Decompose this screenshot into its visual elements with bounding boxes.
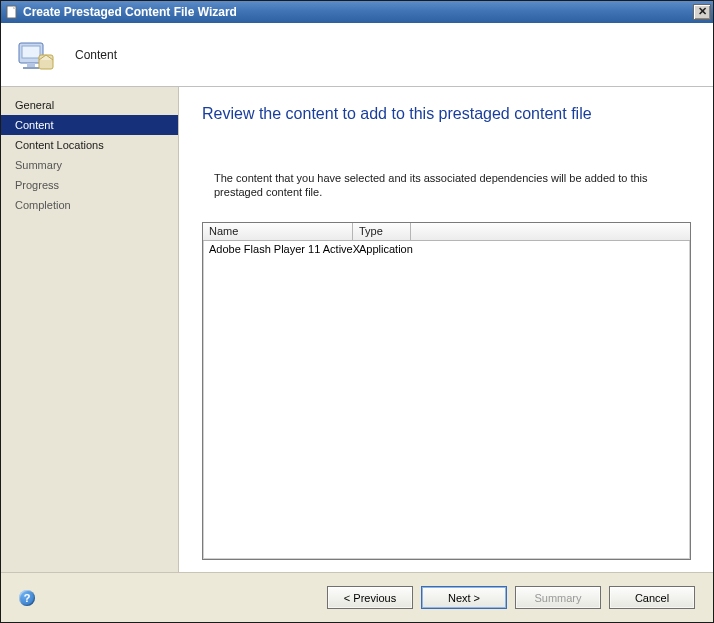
column-header-name[interactable]: Name (203, 223, 353, 241)
svg-rect-2 (22, 46, 40, 58)
content-table: Name Type Adobe Flash Player 11 ActiveX … (202, 222, 691, 560)
sidebar: General Content Content Locations Summar… (1, 87, 179, 572)
help-icon[interactable]: ? (19, 590, 35, 606)
header-label: Content (75, 48, 117, 62)
cancel-button[interactable]: Cancel (609, 586, 695, 609)
page-heading: Review the content to add to this presta… (202, 105, 691, 123)
cell-type: Application (353, 242, 411, 256)
svg-rect-4 (23, 67, 39, 69)
titlebar: Create Prestaged Content File Wizard ✕ (1, 1, 713, 23)
footer: ? < Previous Next > Summary Cancel (1, 572, 713, 622)
sidebar-item-general[interactable]: General (1, 95, 178, 115)
main-panel: Review the content to add to this presta… (179, 87, 713, 572)
summary-button[interactable]: Summary (515, 586, 601, 609)
table-row[interactable]: Adobe Flash Player 11 ActiveX Applicatio… (203, 241, 690, 257)
cell-name: Adobe Flash Player 11 ActiveX (203, 242, 353, 256)
header-strip: Content (1, 23, 713, 87)
wizard-body: General Content Content Locations Summar… (1, 87, 713, 572)
next-button[interactable]: Next > (421, 586, 507, 609)
close-button[interactable]: ✕ (693, 4, 711, 20)
sidebar-item-content[interactable]: Content (1, 115, 178, 135)
content-icon (13, 33, 57, 77)
table-body: Adobe Flash Player 11 ActiveX Applicatio… (203, 241, 690, 559)
sidebar-item-content-locations[interactable]: Content Locations (1, 135, 178, 155)
column-header-type[interactable]: Type (353, 223, 411, 241)
sidebar-item-summary[interactable]: Summary (1, 155, 178, 175)
window-title: Create Prestaged Content File Wizard (23, 5, 693, 19)
table-header-row: Name Type (203, 223, 690, 241)
sidebar-item-completion[interactable]: Completion (1, 195, 178, 215)
previous-button[interactable]: < Previous (327, 586, 413, 609)
wizard-window: Create Prestaged Content File Wizard ✕ C… (0, 0, 714, 623)
page-description: The content that you have selected and i… (202, 171, 691, 200)
svg-rect-3 (27, 63, 35, 67)
column-header-extra[interactable] (411, 223, 690, 241)
window-icon (5, 5, 19, 19)
sidebar-item-progress[interactable]: Progress (1, 175, 178, 195)
